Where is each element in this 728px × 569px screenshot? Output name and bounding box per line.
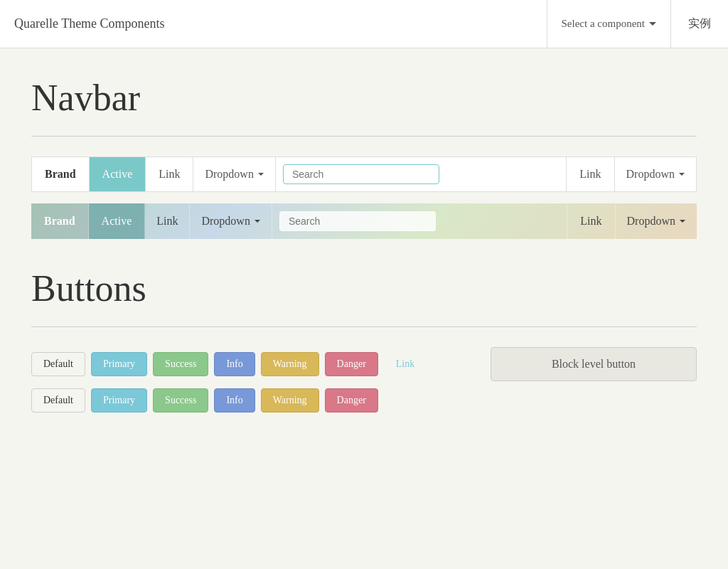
btn-primary[interactable]: Primary [91, 352, 147, 376]
btn-danger-label: Danger [337, 358, 366, 369]
btn-link-label: Link [396, 358, 414, 369]
btn-success-label: Success [165, 358, 196, 369]
navbar2-right-dropdown-arrow-icon [680, 220, 685, 223]
btn-default-2-label: Default [43, 395, 73, 405]
btn-block-level[interactable]: Block level button [491, 347, 697, 381]
navbar2-search-input[interactable] [279, 211, 436, 231]
navbar2-dropdown-item[interactable]: Dropdown [190, 203, 272, 239]
navbar2-right-link[interactable]: Link [567, 203, 615, 239]
navbar-demo-light: Brand Active Link Dropdown Link Dropdown [31, 156, 697, 192]
navbar2-link-label: Link [156, 215, 178, 228]
btn-danger-2-label: Danger [337, 395, 366, 405]
btn-warning-2[interactable]: Warning [261, 388, 319, 413]
navbar1-right-link-label: Link [579, 168, 601, 181]
navbar1-search-input[interactable] [283, 164, 439, 184]
btn-warning[interactable]: Warning [261, 352, 319, 376]
navbar2-link-item[interactable]: Link [145, 203, 190, 239]
navbar2-right: Link Dropdown [567, 203, 697, 239]
btn-link[interactable]: Link [384, 352, 427, 376]
main-content: Navbar Brand Active Link Dropdown Link D… [0, 48, 728, 448]
navbar2-brand-label: Brand [44, 215, 75, 228]
navbar2-right-dropdown[interactable]: Dropdown [616, 203, 697, 239]
navbar1-right-dropdown-label: Dropdown [626, 168, 675, 181]
btn-primary-label: Primary [103, 358, 135, 369]
buttons-section-title: Buttons [31, 267, 697, 309]
btn-success[interactable]: Success [153, 352, 208, 376]
top-nav-example-link[interactable]: 实例 [670, 0, 728, 48]
buttons-section: Buttons Default Primary Success Info War… [31, 267, 697, 413]
navbar1-right-link[interactable]: Link [566, 157, 614, 191]
navbar1-search-wrap [276, 157, 566, 191]
navbar1-dropdown-item[interactable]: Dropdown [193, 157, 275, 191]
top-nav-select-dropdown[interactable]: Select a component [547, 0, 670, 48]
navbar1-link-item[interactable]: Link [146, 157, 193, 191]
button-row-2: Default Primary Success Info Warning Dan… [31, 388, 697, 413]
top-nav-brand: Quarelle Theme Components [0, 0, 547, 48]
btn-default-label: Default [43, 358, 73, 369]
btn-default-2[interactable]: Default [31, 388, 85, 413]
btn-success-2[interactable]: Success [153, 388, 208, 413]
button-group-left: Default Primary Success Info Warning Dan… [31, 352, 485, 376]
top-nav-link-label: 实例 [688, 16, 711, 31]
navbar1-active-item[interactable]: Active [90, 157, 146, 191]
btn-default[interactable]: Default [31, 352, 85, 376]
btn-success-2-label: Success [165, 395, 196, 405]
navbar1-dropdown-label: Dropdown [205, 168, 253, 181]
btn-block-label: Block level button [552, 358, 636, 370]
navbar1-right: Link Dropdown [566, 157, 696, 191]
navbar2-brand[interactable]: Brand [31, 203, 89, 239]
navbar-section-divider [31, 136, 697, 137]
btn-primary-2-label: Primary [103, 395, 135, 405]
top-navbar: Quarelle Theme Components Select a compo… [0, 0, 728, 48]
navbar2-dropdown-arrow-icon [255, 220, 260, 223]
btn-info-label: Info [226, 358, 242, 369]
btn-primary-2[interactable]: Primary [91, 388, 147, 413]
navbar1-brand[interactable]: Brand [32, 157, 90, 191]
btn-danger[interactable]: Danger [325, 352, 378, 376]
button-row-1: Default Primary Success Info Warning Dan… [31, 347, 697, 381]
top-nav-brand-label: Quarelle Theme Components [14, 16, 165, 31]
navbar1-link-label: Link [159, 168, 180, 181]
top-nav-select-arrow-icon [649, 22, 656, 26]
navbar2-right-dropdown-label: Dropdown [627, 215, 675, 228]
navbar1-right-dropdown-arrow-icon [679, 173, 685, 176]
btn-danger-2[interactable]: Danger [325, 388, 378, 413]
navbar1-brand-label: Brand [45, 168, 76, 181]
btn-info[interactable]: Info [214, 352, 255, 376]
navbar2-right-link-label: Link [580, 215, 601, 228]
navbar-demo-colored: Brand Active Link Dropdown Link Dropdown [31, 203, 697, 239]
navbar1-right-dropdown[interactable]: Dropdown [615, 157, 696, 191]
btn-info-2[interactable]: Info [214, 388, 255, 413]
btn-warning-2-label: Warning [273, 395, 307, 405]
buttons-section-divider [31, 326, 697, 327]
button-group-right: Block level button [491, 347, 697, 381]
btn-info-2-label: Info [226, 395, 242, 405]
navbar1-active-label: Active [102, 168, 133, 181]
navbar2-active-item[interactable]: Active [89, 203, 146, 239]
navbar1-dropdown-arrow-icon [258, 173, 264, 176]
navbar2-dropdown-label: Dropdown [201, 215, 250, 228]
navbar-section-title: Navbar [31, 77, 697, 119]
top-nav-select-label: Select a component [562, 18, 645, 30]
navbar2-search-wrap [272, 203, 567, 239]
navbar2-active-label: Active [102, 215, 132, 228]
btn-warning-label: Warning [273, 358, 307, 369]
